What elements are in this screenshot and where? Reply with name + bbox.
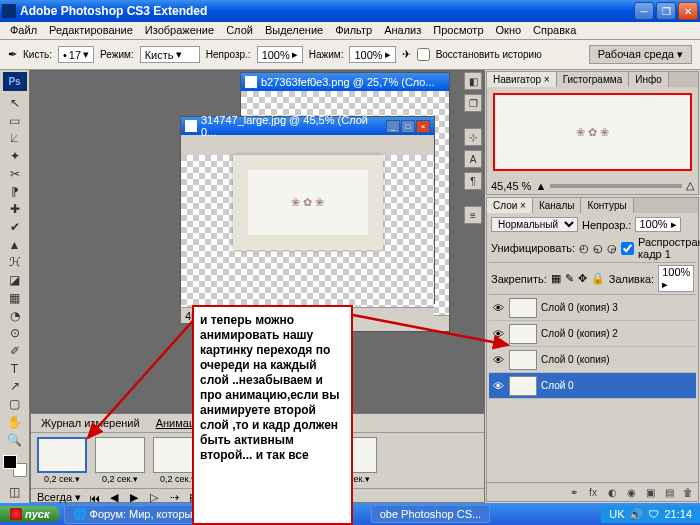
zoom-slider[interactable] (550, 184, 682, 188)
doc-close[interactable]: × (416, 120, 430, 133)
tween-icon[interactable]: ⇢ (167, 492, 181, 504)
start-button[interactable]: пуск (0, 506, 60, 522)
workspace-switcher[interactable]: Рабочая среда ▾ (589, 45, 692, 64)
layer-row-selected[interactable]: 👁 Слой 0 (489, 373, 696, 399)
layer-fx-icon[interactable]: fx (585, 485, 601, 499)
nav-zoom[interactable]: 45,45 % (491, 180, 531, 192)
visibility-icon[interactable]: 👁 (491, 380, 505, 392)
tab-navigator[interactable]: Навигатор × (487, 72, 557, 87)
restore-history-checkbox[interactable] (417, 48, 430, 61)
blend-mode-select[interactable]: Нормальный (491, 217, 578, 232)
shape-tool[interactable]: ▢ (4, 396, 26, 413)
zoom-tool[interactable]: 🔍 (4, 431, 26, 448)
tray-icon[interactable]: 🔊 (629, 508, 643, 521)
menu-layer[interactable]: Слой (220, 22, 259, 39)
tab-measurement[interactable]: Журнал измерений (35, 416, 146, 430)
menu-edit[interactable]: Редактирование (43, 22, 139, 39)
link-layers-icon[interactable]: ⚭ (566, 485, 582, 499)
layer-name[interactable]: Слой 0 (копия) 2 (541, 328, 694, 339)
lock-trans-icon[interactable]: ▦ (551, 272, 561, 285)
strip-icon-3[interactable]: ⊹ (464, 128, 482, 146)
tab-channels[interactable]: Каналы (533, 198, 582, 213)
stamp-tool[interactable]: ▲ (4, 236, 26, 253)
strip-icon-5[interactable]: ¶ (464, 172, 482, 190)
doc-minimize[interactable]: _ (386, 120, 400, 133)
play-icon[interactable]: ▶ (127, 492, 141, 504)
lock-pixels-icon[interactable]: ✎ (565, 272, 574, 285)
mode-select[interactable]: Кисть ▾ (140, 46, 200, 63)
propagate-checkbox[interactable] (621, 242, 634, 255)
zoom-out-icon[interactable]: ▲ (535, 180, 546, 192)
eraser-tool[interactable]: ◪ (4, 272, 26, 289)
marquee-tool[interactable]: ▭ (4, 112, 26, 129)
menu-help[interactable]: Справка (527, 22, 582, 39)
unify-icon-1[interactable]: ◴ (579, 242, 589, 255)
tab-layers[interactable]: Слои × (487, 198, 533, 213)
quickmask-tool[interactable]: ◫ (4, 483, 26, 500)
layer-row[interactable]: 👁 Слой 0 (копия) 3 (489, 295, 696, 321)
layer-name[interactable]: Слой 0 (копия) (541, 354, 694, 365)
strip-icon-1[interactable]: ◧ (464, 72, 482, 90)
tab-paths[interactable]: Контуры (581, 198, 633, 213)
opacity-input[interactable]: 100% ▸ (257, 46, 303, 63)
hand-tool[interactable]: ✋ (4, 414, 26, 431)
eyedropper-tool[interactable]: ⁋ (4, 183, 26, 200)
visibility-icon[interactable]: 👁 (491, 354, 505, 366)
healing-tool[interactable]: ✚ (4, 201, 26, 218)
menu-file[interactable]: Файл (4, 22, 43, 39)
lock-all-icon[interactable]: 🔒 (591, 272, 605, 285)
gradient-tool[interactable]: ▦ (4, 289, 26, 306)
taskbar-item-2[interactable]: obe Photoshop CS... (371, 505, 491, 523)
document-window-2[interactable]: 314747_large.jpg @ 45,5% (Слой 0... _ □ … (180, 116, 435, 304)
new-layer-icon[interactable]: ▤ (661, 485, 677, 499)
adjustment-icon[interactable]: ◉ (623, 485, 639, 499)
first-frame-icon[interactable]: ⏮ (87, 492, 101, 504)
color-swatch[interactable] (3, 455, 27, 477)
type-tool[interactable]: T (4, 360, 26, 377)
dodge-tool[interactable]: ⊙ (4, 325, 26, 342)
folder-icon[interactable]: ▣ (642, 485, 658, 499)
fill-input[interactable]: 100% ▸ (658, 265, 694, 292)
move-tool[interactable]: ↖ (4, 95, 26, 112)
crop-tool[interactable]: ✂ (4, 165, 26, 182)
pen-tool[interactable]: ✐ (4, 343, 26, 360)
maximize-button[interactable]: ❐ (656, 2, 676, 20)
layer-row[interactable]: 👁 Слой 0 (копия) 2 (489, 321, 696, 347)
brush-size[interactable]: • 17 ▾ (58, 46, 94, 63)
brush-tool[interactable]: ✔ (4, 219, 26, 236)
layer-mask-icon[interactable]: ◐ (604, 485, 620, 499)
layer-opacity-input[interactable]: 100% ▸ (635, 217, 680, 232)
tab-histogram[interactable]: Гистограмма (557, 72, 630, 87)
wand-tool[interactable]: ✦ (4, 148, 26, 165)
menu-analysis[interactable]: Анализ (378, 22, 427, 39)
delete-layer-icon[interactable]: 🗑 (680, 485, 696, 499)
doc-maximize[interactable]: □ (401, 120, 415, 133)
visibility-icon[interactable]: 👁 (491, 302, 505, 314)
menu-image[interactable]: Изображение (139, 22, 220, 39)
frame-2[interactable]: 0,2 сек.▾ (93, 437, 147, 484)
strip-icon-4[interactable]: A (464, 150, 482, 168)
lasso-tool[interactable]: ⟀ (4, 130, 26, 147)
unify-icon-2[interactable]: ◵ (593, 242, 603, 255)
menu-view[interactable]: Просмотр (427, 22, 489, 39)
lang-indicator[interactable]: UK (609, 508, 624, 520)
airbrush-icon[interactable]: ✈ (402, 48, 411, 61)
layer-name[interactable]: Слой 0 (копия) 3 (541, 302, 694, 313)
next-frame-icon[interactable]: ▷ (147, 492, 161, 504)
unify-icon-3[interactable]: ◶ (607, 242, 617, 255)
zoom-in-icon[interactable]: △ (686, 179, 694, 192)
tray-icon[interactable]: 🛡 (648, 508, 659, 520)
prev-frame-icon[interactable]: ◀ (107, 492, 121, 504)
menu-select[interactable]: Выделение (259, 22, 329, 39)
menu-filter[interactable]: Фильтр (329, 22, 378, 39)
menu-window[interactable]: Окно (490, 22, 528, 39)
taskbar-item-1[interactable]: 🌐Форум: Мир, которы... (64, 505, 211, 524)
strip-icon-2[interactable]: ❐ (464, 94, 482, 112)
path-tool[interactable]: ↗ (4, 378, 26, 395)
tab-info[interactable]: Инфо (629, 72, 669, 87)
navigator-preview[interactable]: ❀ ✿ ❀ (493, 93, 692, 171)
flow-input[interactable]: 100% ▸ (349, 46, 395, 63)
clock[interactable]: 21:14 (664, 508, 692, 520)
lock-pos-icon[interactable]: ✥ (578, 272, 587, 285)
strip-icon-6[interactable]: ≡ (464, 206, 482, 224)
